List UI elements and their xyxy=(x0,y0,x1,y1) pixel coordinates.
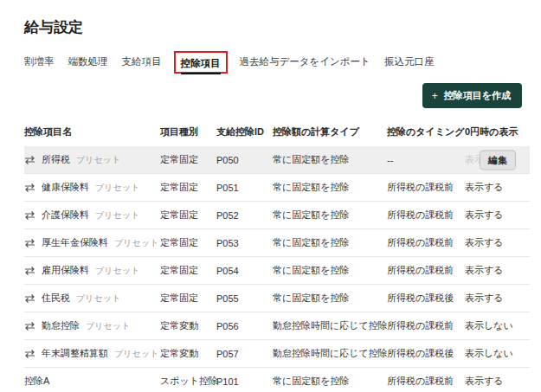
tab-rounding[interactable]: 端数処理 xyxy=(68,55,108,72)
deduction-item-name: 健康保険料 xyxy=(42,181,89,194)
create-deduction-item-button[interactable]: + 控除項目を作成 xyxy=(422,83,522,108)
table-row[interactable]: 厚生年金保険料 プリセット 定常固定 P053 常に固定額を控除 所得税の課税前… xyxy=(24,229,530,257)
item-id-cell: P054 xyxy=(216,266,273,276)
red-annotation-box: 控除項目 xyxy=(174,51,228,74)
table-header-row: 控除項目名 項目種別 支給控除ID 控除額の計算タイプ 控除のタイミング 0円時… xyxy=(24,121,530,146)
table-row[interactable]: 勤怠控除 プリセット 定常変動 P056 勤怠控除時間に応じて控除 所得税の課税… xyxy=(24,312,530,340)
calc-type-cell: 常に固定額を控除 xyxy=(273,153,387,166)
timing-cell: 所得税の課税後 xyxy=(387,347,465,360)
calc-type-cell: 常に固定額を控除 xyxy=(273,209,387,222)
item-type-cell: 定常変動 xyxy=(160,347,216,360)
calc-type-cell: 常に固定額を控除 xyxy=(273,236,387,249)
item-id-cell: P055 xyxy=(216,293,273,304)
zero-display-cell: 表示する xyxy=(465,236,530,249)
preset-badge: プリセット xyxy=(86,320,130,332)
item-type-cell: 定常変動 xyxy=(160,319,216,332)
edit-button[interactable]: 編集 xyxy=(480,150,516,170)
calc-type-cell: 常に固定額を控除 xyxy=(273,292,387,305)
item-type-cell: 定常固定 xyxy=(160,181,216,194)
column-header-timing: 控除のタイミング xyxy=(387,125,465,138)
calc-type-cell: 常に固定額を控除 xyxy=(273,181,387,194)
item-id-cell: P050 xyxy=(216,155,273,165)
create-button-label: 控除項目を作成 xyxy=(444,89,511,102)
column-header-name: 控除項目名 xyxy=(24,125,160,138)
preset-badge: プリセット xyxy=(95,265,139,277)
reorder-swap-icon[interactable] xyxy=(24,267,35,275)
table-row[interactable]: 控除A スポット控除 P101 常に固定額を控除 所得税の課税前 表示する xyxy=(24,368,530,392)
table-row[interactable]: 年末調整精算額 プリセット 定常変動 P057 勤怠控除時間に応じて控除 所得税… xyxy=(24,340,530,368)
reorder-swap-icon[interactable] xyxy=(24,350,35,358)
timing-cell: 所得税の課税前 xyxy=(387,375,465,388)
preset-badge: プリセット xyxy=(95,209,139,222)
column-header-type: 項目種別 xyxy=(160,125,216,138)
table-row[interactable]: 雇用保険料 プリセット 定常固定 P054 常に固定額を控除 所得税の課税前 表… xyxy=(24,257,530,285)
zero-display-cell: 表示する xyxy=(465,181,530,194)
reorder-swap-icon[interactable] xyxy=(24,183,35,192)
table-row[interactable]: 所得税 プリセット 定常固定 P050 常に固定額を控除 -- 表示する 編集 xyxy=(24,146,530,174)
zero-display-cell: 表示する xyxy=(465,209,530,222)
tab-bar: 割増率 端数処理 支給項目 控除項目 過去給与データをインポート 振込元口座 xyxy=(24,55,530,72)
reorder-swap-icon[interactable] xyxy=(24,294,35,303)
preset-badge: プリセット xyxy=(114,348,158,360)
item-type-cell: 定常固定 xyxy=(160,264,216,277)
deduction-item-name: 控除A xyxy=(24,375,49,388)
timing-cell: 所得税の課税前 xyxy=(387,236,465,249)
timing-cell: 所得税の課税前 xyxy=(387,181,465,194)
preset-badge: プリセット xyxy=(114,237,158,249)
timing-cell: 所得税の課税前 xyxy=(387,264,465,277)
deduction-item-name: 住民税 xyxy=(42,292,70,305)
reorder-swap-icon[interactable] xyxy=(24,239,35,247)
preset-badge: プリセット xyxy=(95,182,139,194)
plus-icon: + xyxy=(432,91,438,101)
deduction-item-name: 所得税 xyxy=(42,153,70,166)
deduction-item-name: 勤怠控除 xyxy=(42,319,80,332)
tab-payment-items[interactable]: 支給項目 xyxy=(122,55,162,72)
item-type-cell: スポット控除 xyxy=(160,375,216,388)
reorder-swap-icon[interactable] xyxy=(24,156,35,164)
item-type-cell: 定常固定 xyxy=(160,292,216,305)
timing-cell: 所得税の課税前 xyxy=(387,319,465,332)
timing-cell: 所得税の課税前 xyxy=(387,209,465,222)
deduction-item-name: 厚生年金保険料 xyxy=(42,236,108,249)
calc-type-cell: 勤怠控除時間に応じて控除 xyxy=(273,319,387,332)
item-type-cell: 定常固定 xyxy=(160,236,216,249)
item-type-cell: 定常固定 xyxy=(160,209,216,222)
calc-type-cell: 常に固定額を控除 xyxy=(273,264,387,277)
preset-badge: プリセット xyxy=(76,154,120,166)
item-id-cell: P053 xyxy=(216,238,273,248)
table-row[interactable]: 住民税 プリセット 定常固定 P055 常に固定額を控除 所得税の課税後 表示す… xyxy=(24,285,530,312)
item-id-cell: P101 xyxy=(216,376,273,387)
zero-display-cell: 表示する xyxy=(465,292,530,305)
tab-transfer-source-account[interactable]: 振込元口座 xyxy=(384,55,435,72)
calc-type-cell: 勤怠控除時間に応じて控除 xyxy=(273,347,387,360)
preset-badge: プリセット xyxy=(76,292,120,305)
deduction-item-name: 介護保険料 xyxy=(42,209,89,222)
deduction-items-table: 控除項目名 項目種別 支給控除ID 控除額の計算タイプ 控除のタイミング 0円時… xyxy=(24,121,530,392)
tab-deduction-items[interactable]: 控除項目 xyxy=(181,58,221,74)
reorder-swap-icon[interactable] xyxy=(24,211,35,220)
column-header-zero: 0円時の表示 xyxy=(465,125,530,138)
item-type-cell: 定常固定 xyxy=(160,153,216,166)
item-id-cell: P057 xyxy=(216,349,273,359)
table-row[interactable]: 健康保険料 プリセット 定常固定 P051 常に固定額を控除 所得税の課税前 表… xyxy=(24,174,530,202)
item-id-cell: P052 xyxy=(216,210,273,221)
table-row[interactable]: 介護保険料 プリセット 定常固定 P052 常に固定額を控除 所得税の課税前 表… xyxy=(24,202,530,229)
column-header-id: 支給控除ID xyxy=(216,125,273,138)
calc-type-cell: 常に固定額を控除 xyxy=(273,375,387,388)
tab-import-past-payroll-data[interactable]: 過去給与データをインポート xyxy=(240,55,370,72)
zero-display-cell: 表示する xyxy=(465,264,530,277)
tab-premium-rate[interactable]: 割増率 xyxy=(24,55,55,72)
deduction-item-name: 雇用保険料 xyxy=(42,264,89,277)
deduction-item-name: 年末調整精算額 xyxy=(42,347,108,360)
timing-cell: 所得税の課税後 xyxy=(387,292,465,305)
zero-display-cell: 表示しない xyxy=(465,319,530,332)
reorder-swap-icon[interactable] xyxy=(24,322,35,331)
timing-cell: -- xyxy=(387,155,465,165)
zero-display-cell: 表示する xyxy=(465,375,530,388)
zero-display-cell: 表示しない xyxy=(465,347,530,360)
page-title: 給与設定 xyxy=(24,17,530,37)
column-header-calc: 控除額の計算タイプ xyxy=(273,125,387,138)
item-id-cell: P056 xyxy=(216,321,273,331)
item-id-cell: P051 xyxy=(216,183,273,193)
toolbar: + 控除項目を作成 xyxy=(24,83,530,108)
